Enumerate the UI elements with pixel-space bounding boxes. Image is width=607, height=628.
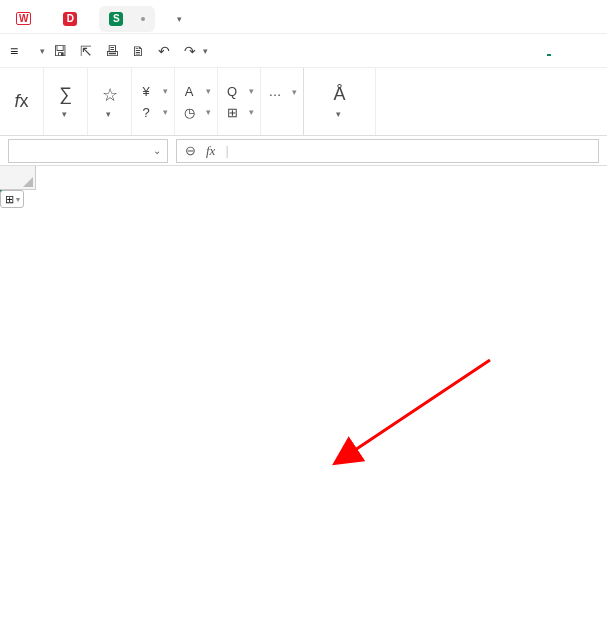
ribbon-ai[interactable]: Å ▾ (304, 68, 376, 135)
name-box[interactable]: ⌄ (8, 139, 168, 163)
chevron-down-icon[interactable]: ▾ (203, 46, 208, 56)
save-icon[interactable]: 🖫 (49, 43, 71, 59)
logic-icon: ? (138, 105, 154, 120)
chevron-down-icon: ▾ (206, 107, 211, 117)
chevron-down-icon[interactable]: ▾ (40, 46, 45, 56)
formula-row: ⌄ ⊖ fx | (0, 136, 607, 166)
ribbon-finance[interactable]: ¥▾ (138, 84, 168, 99)
modified-dot-icon (141, 17, 145, 21)
chevron-down-icon: ▾ (106, 109, 111, 119)
tab-page[interactable] (525, 46, 529, 56)
undo-icon[interactable]: ↶ (153, 43, 175, 59)
ribbon-group-functions-2: A▾ ◷▾ (175, 68, 218, 135)
app-tab-workbook[interactable]: S (99, 6, 155, 32)
ribbon-insert-fn[interactable]: fx (0, 68, 44, 135)
app-tab-docell[interactable]: D (53, 6, 93, 32)
ai-icon: Å (333, 84, 345, 106)
print-icon[interactable]: 🖶 (101, 43, 123, 59)
hamburger-icon[interactable]: ≡ (6, 41, 22, 61)
more-icon: … (267, 84, 283, 99)
ribbon-group-functions-4: …▾ x (261, 68, 304, 135)
ribbon-lookup[interactable]: Q▾ (224, 84, 254, 99)
tab-insert[interactable] (503, 46, 507, 56)
ribbon-text[interactable]: A▾ (181, 84, 211, 99)
chevron-down-icon: ▾ (62, 109, 67, 119)
ribbon-time[interactable]: ◷▾ (181, 105, 211, 120)
fx-icon: fx (14, 91, 28, 113)
text-icon: A (181, 84, 197, 99)
ribbon-group-functions-1: ¥▾ ?▾ (132, 68, 175, 135)
menu-row: ≡ ▾ 🖫 ⇱ 🖶 🗎 ↶ ↷ ▾ (0, 34, 607, 68)
fx-icon[interactable]: fx (206, 143, 215, 159)
quick-analysis-button[interactable]: ⊞▾ (0, 190, 24, 208)
docell-icon: D (63, 12, 77, 26)
chevron-down-icon[interactable]: ⌄ (153, 145, 161, 156)
chevron-down-icon: ▾ (16, 195, 20, 204)
chevron-down-icon: ▾ (336, 109, 341, 119)
svg-line-0 (352, 360, 490, 452)
redo-icon[interactable]: ↷ (179, 43, 201, 59)
app-tab-wps[interactable]: W (6, 6, 47, 32)
ribbon-tabs (481, 46, 601, 56)
chevron-down-icon: ▾ (249, 86, 254, 96)
cancel-icon[interactable]: ⊖ (185, 143, 196, 158)
ribbon-common[interactable]: ☆ ▾ (88, 68, 132, 135)
quick-analysis-icon: ⊞ (5, 193, 14, 206)
chevron-down-icon: ▾ (163, 107, 168, 117)
tab-data[interactable] (569, 46, 573, 56)
wps-icon: W (16, 12, 31, 25)
column-headers (0, 166, 607, 190)
sigma-icon: ∑ (59, 84, 72, 106)
select-all-corner[interactable] (0, 166, 36, 190)
formula-bar[interactable]: ⊖ fx | (176, 139, 599, 163)
preview-icon[interactable]: 🗎 (127, 43, 149, 59)
chevron-down-icon: ▾ (292, 87, 297, 97)
chevron-down-icon: ▾ (249, 107, 254, 117)
tab-formula[interactable] (547, 46, 551, 56)
tab-review[interactable] (591, 46, 595, 56)
ribbon-group-functions-3: Q▾ ⊞▾ (218, 68, 261, 135)
ribbon-logic[interactable]: ?▾ (138, 105, 168, 120)
lookup-icon: Q (224, 84, 240, 99)
titlebar: W D S ▾ (0, 0, 607, 34)
ribbon-math[interactable]: ⊞▾ (224, 105, 254, 120)
star-icon: ☆ (102, 84, 118, 106)
chevron-down-icon: ▾ (206, 86, 211, 96)
file-menu[interactable] (26, 49, 38, 53)
annotation-arrow (0, 190, 607, 620)
tab-start[interactable] (481, 46, 485, 56)
finance-icon: ¥ (138, 84, 154, 99)
math-icon: ⊞ (224, 105, 240, 120)
export-icon[interactable]: ⇱ (75, 43, 97, 59)
sheet-icon: S (109, 12, 123, 26)
chevron-down-icon[interactable]: ▾ (177, 14, 182, 24)
spreadsheet[interactable]: ⊞▾ (0, 166, 607, 190)
ribbon-fast[interactable] (376, 68, 384, 135)
ribbon: fx ∑ ▾ ☆ ▾ ¥▾ ?▾ A▾ ◷▾ Q▾ ⊞▾ …▾ x Å ▾ (0, 68, 607, 136)
ribbon-other[interactable]: …▾ (267, 84, 297, 99)
ribbon-sum[interactable]: ∑ ▾ (44, 68, 88, 135)
clock-icon: ◷ (181, 105, 197, 120)
chevron-down-icon: ▾ (163, 86, 168, 96)
